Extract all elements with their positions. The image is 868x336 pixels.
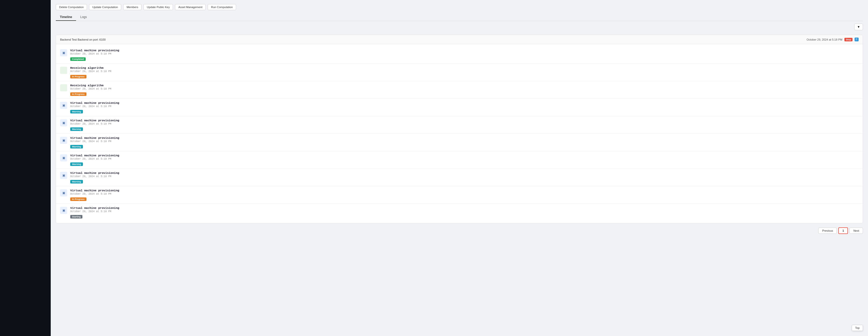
timeline-item-date: October 29, 2024 at 5:18 PM [70, 53, 859, 55]
card-title: Backend Test Backend on port :6100 [60, 38, 106, 41]
status-badge: Warning [70, 180, 83, 184]
timeline-item-title: Virtual machine provisioning [70, 189, 859, 192]
delete-computation-button[interactable]: Delete Computation [56, 4, 87, 10]
timeline-item-icon: ▣ [60, 172, 67, 179]
run-computation-button[interactable]: Run Computation [208, 4, 236, 10]
timeline-item-icon: ▣ [60, 207, 67, 214]
timeline-item-date: October 29, 2024 at 5:18 PM [70, 140, 859, 143]
timeline-item: ▣ Virtual machine provisioning October 2… [56, 151, 863, 169]
timeline-item-title: Receiving algorithm [70, 66, 859, 69]
timeline-item-title: Virtual machine provisioning [70, 49, 859, 52]
timeline-item-title: Virtual machine provisioning [70, 154, 859, 157]
update-public-key-button[interactable]: Update Public Key [144, 4, 173, 10]
status-badge: Warning [70, 110, 83, 113]
status-badge: Warning [70, 162, 83, 166]
timeline-item: ▣ Virtual machine provisioning October 2… [56, 134, 863, 151]
main-content: Delete Computation Update Computation Me… [51, 0, 868, 336]
tab-timeline[interactable]: Timeline [56, 14, 76, 21]
timeline-item-content: Virtual machine provisioning October 29,… [70, 206, 859, 219]
filter-button[interactable]: ▼ [854, 24, 863, 30]
timeline-item-icon: ▣ [60, 189, 67, 196]
sidebar [0, 0, 51, 336]
timeline-item-date: October 29, 2024 at 5:18 PM [70, 158, 859, 160]
timeline-item-content: Virtual machine provisioning October 29,… [70, 154, 859, 166]
timeline-item-title: Receiving algorithm [70, 84, 859, 87]
members-button[interactable]: Members [123, 4, 142, 10]
timeline-item-content: Receiving algorithm October 29, 2024 at … [70, 66, 859, 78]
timeline-item-date: October 29, 2024 at 5:18 PM [70, 105, 859, 108]
timeline-item: ▣ Virtual machine provisioning October 2… [56, 204, 863, 221]
timeline-item-date: October 29, 2024 at 5:18 PM [70, 175, 859, 178]
status-badge: In progress [70, 92, 87, 96]
status-badge: In progress [70, 75, 87, 78]
page-1-button[interactable]: 1 [838, 227, 848, 234]
timeline-item-icon: ▣ [60, 119, 67, 127]
update-computation-button[interactable]: Update Computation [89, 4, 121, 10]
filter-row: ▼ [56, 24, 863, 33]
timeline-item-date: October 29, 2024 at 5:18 PM [70, 210, 859, 213]
card-time: October 29, 2024 at 5:18 PM [807, 38, 842, 41]
tab-logs[interactable]: Logs [76, 14, 91, 21]
expand-icon[interactable]: F [855, 37, 859, 41]
card-meta: October 29, 2024 at 5:18 PM Stop F [807, 37, 859, 41]
timeline-card: Backend Test Backend on port :6100 Octob… [56, 35, 863, 223]
status-badge: Completed [70, 57, 86, 61]
timeline-item: ▣ Virtual machine provisioning October 2… [56, 46, 863, 64]
timeline-item-title: Virtual machine provisioning [70, 136, 859, 140]
toolbar: Delete Computation Update Computation Me… [56, 4, 863, 10]
timeline-item-content: Virtual machine provisioning October 29,… [70, 119, 859, 131]
pagination: Previous 1 Next [56, 227, 863, 236]
timeline-item-date: October 29, 2024 at 5:18 PM [70, 122, 859, 125]
timeline-item-content: Virtual machine provisioning October 29,… [70, 101, 859, 113]
timeline-item-content: Virtual machine provisioning October 29,… [70, 171, 859, 184]
timeline-item-title: Virtual machine provisioning [70, 206, 859, 209]
timeline-item: ▣ Virtual machine provisioning October 2… [56, 169, 863, 186]
status-badge: Starting [70, 215, 83, 219]
timeline-item-icon: ▣ [60, 137, 67, 144]
timeline-item-icon [60, 67, 67, 74]
timeline-item-content: Virtual machine provisioning October 29,… [70, 136, 859, 148]
timeline-item: ▣ Virtual machine provisioning October 2… [56, 186, 863, 204]
timeline-item-title: Virtual machine provisioning [70, 119, 859, 122]
asset-management-button[interactable]: Asset Management [175, 4, 206, 10]
status-badge: Warning [70, 128, 83, 131]
timeline-item-title: Virtual machine provisioning [70, 171, 859, 175]
timeline-item: Receiving algorithm October 29, 2024 at … [56, 81, 863, 99]
timeline-item-content: Virtual machine provisioning October 29,… [70, 49, 859, 61]
timeline-item: ▣ Virtual machine provisioning October 2… [56, 99, 863, 116]
stop-badge[interactable]: Stop [844, 38, 852, 41]
timeline-item: Receiving algorithm October 29, 2024 at … [56, 64, 863, 81]
status-badge: In progress [70, 197, 87, 201]
timeline-item-icon: ▣ [60, 154, 67, 161]
timeline-item-title: Virtual machine provisioning [70, 101, 859, 105]
tabs-bar: Timeline Logs [56, 14, 863, 21]
previous-button[interactable]: Previous [818, 228, 837, 234]
timeline-item-icon [60, 84, 67, 91]
next-button[interactable]: Next [849, 228, 863, 234]
timeline-item: ▣ Virtual machine provisioning October 2… [56, 116, 863, 134]
card-header: Backend Test Backend on port :6100 Octob… [56, 35, 863, 44]
timeline-item-content: Virtual machine provisioning October 29,… [70, 189, 859, 201]
timeline-list: ▣ Virtual machine provisioning October 2… [56, 44, 863, 223]
timeline-item-date: October 29, 2024 at 5:18 PM [70, 88, 859, 90]
timeline-item-date: October 29, 2024 at 5:18 PM [70, 70, 859, 73]
timeline-item-icon: ▣ [60, 49, 67, 56]
timeline-item-content: Receiving algorithm October 29, 2024 at … [70, 84, 859, 96]
timeline-item-date: October 29, 2024 at 5:18 PM [70, 193, 859, 195]
top-button[interactable]: Top [852, 325, 863, 331]
timeline-item-icon: ▣ [60, 102, 67, 109]
status-badge: Warning [70, 145, 83, 148]
